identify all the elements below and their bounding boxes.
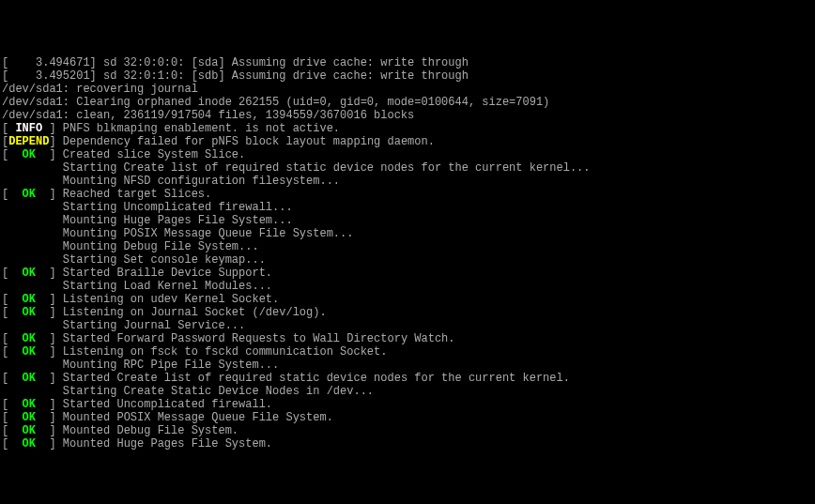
console-line: /dev/sda1: Clearing orphaned inode 26215… (2, 96, 813, 109)
console-segment: /dev/sda1: recovering journal (2, 83, 198, 96)
console-segment: [ (2, 437, 23, 451)
console-line: Mounting Debug File System... (2, 240, 813, 253)
console-line: Mounting POSIX Message Queue File System… (2, 227, 813, 240)
console-segment: ] Created slice System Slice. (36, 148, 245, 161)
console-segment: ] Listening on udev Kernel Socket. (36, 293, 279, 306)
console-segment: OK (23, 293, 36, 306)
console-line: Starting Create list of required static … (2, 161, 813, 175)
console-line: [ OK ] Started Uncomplicated firewall. (2, 398, 813, 411)
console-segment: OK (23, 411, 36, 424)
console-segment: DEPEND (8, 135, 49, 148)
console-segment: Starting Create list of required static … (2, 161, 591, 175)
console-line: Mounting RPC Pipe File System... (2, 359, 813, 372)
console-line: [ OK ] Listening on udev Kernel Socket. (2, 293, 813, 306)
console-line: Starting Load Kernel Modules... (2, 280, 813, 293)
console-segment: Mounting Debug File System... (2, 240, 259, 253)
console-segment: Mounting RPC Pipe File System... (2, 359, 279, 372)
console-segment: Mounting NFSD configuration filesystem..… (2, 175, 340, 188)
console-line: [ OK ] Started Forward Password Requests… (2, 332, 813, 345)
console-line: [ OK ] Started Create list of required s… (2, 372, 813, 385)
console-segment: [ (2, 122, 15, 135)
console-line: Mounting Huge Pages File System... (2, 214, 813, 227)
console-segment: Starting Journal Service... (2, 319, 245, 332)
console-segment: ] Listening on fsck to fsckd communicati… (36, 345, 387, 359)
console-segment: ] Started Braille Device Support. (36, 267, 272, 280)
console-line: [ OK ] Listening on fsck to fsckd commun… (2, 345, 813, 359)
console-segment: [ 3.494671] sd 32:0:0:0: [sda] Assuming … (2, 56, 469, 69)
console-segment: [ (2, 345, 23, 359)
console-line: /dev/sda1: recovering journal (2, 83, 813, 96)
console-segment: [ (2, 306, 23, 319)
console-segment: Starting Load Kernel Modules... (2, 280, 272, 293)
console-segment: OK (23, 148, 36, 161)
console-line: [ OK ] Listening on Journal Socket (/dev… (2, 306, 813, 319)
console-segment: [ (2, 332, 23, 345)
boot-console: [ 3.494671] sd 32:0:0:0: [sda] Assuming … (2, 56, 813, 451)
console-line: Starting Create Static Device Nodes in /… (2, 385, 813, 398)
console-segment: [ (2, 411, 23, 424)
console-segment: OK (23, 188, 36, 201)
console-segment: ] Started Forward Password Requests to W… (36, 332, 454, 345)
console-line: [ INFO ] PNFS blkmaping enablement. is n… (2, 122, 813, 135)
console-segment: [ (2, 372, 23, 385)
console-segment: Starting Uncomplicated firewall... (2, 201, 293, 214)
console-segment: Mounting POSIX Message Queue File System… (2, 227, 353, 240)
console-segment: ] Dependency failed for pNFS block layou… (49, 135, 434, 148)
console-segment: OK (23, 306, 36, 319)
console-segment: OK (23, 372, 36, 385)
console-segment: OK (23, 332, 36, 345)
console-segment: ] Started Uncomplicated firewall. (36, 398, 272, 411)
console-segment: ] Mounted Huge Pages File System. (36, 437, 272, 451)
console-segment: ] Reached target Slices. (36, 188, 211, 201)
console-segment: OK (23, 345, 36, 359)
console-line: Starting Set console keymap... (2, 253, 813, 267)
console-line: [ OK ] Mounted Debug File System. (2, 424, 813, 437)
console-line: [ 3.495201] sd 32:0:1:0: [sdb] Assuming … (2, 69, 813, 83)
console-segment: [ (2, 398, 23, 411)
console-line: [DEPEND] Dependency failed for pNFS bloc… (2, 135, 813, 148)
console-segment: /dev/sda1: clean, 236119/917504 files, 1… (2, 109, 414, 122)
console-segment: Starting Set console keymap... (2, 253, 266, 267)
console-segment: [ (2, 293, 23, 306)
console-segment: OK (23, 267, 36, 280)
console-segment: INFO (15, 122, 42, 135)
console-segment: [ (2, 188, 23, 201)
console-segment: [ (2, 424, 23, 437)
console-segment: /dev/sda1: Clearing orphaned inode 26215… (2, 96, 549, 109)
console-segment: Starting Create Static Device Nodes in /… (2, 385, 374, 398)
console-segment: OK (23, 398, 36, 411)
console-segment: ] Started Create list of required static… (36, 372, 570, 385)
console-segment: [ 3.495201] sd 32:0:1:0: [sdb] Assuming … (2, 69, 469, 83)
console-line: [ OK ] Started Braille Device Support. (2, 267, 813, 280)
console-line: Starting Journal Service... (2, 319, 813, 332)
console-segment: ] PNFS blkmaping enablement. is not acti… (42, 122, 340, 135)
console-segment: OK (23, 424, 36, 437)
console-line: /dev/sda1: clean, 236119/917504 files, 1… (2, 109, 813, 122)
console-line: Mounting NFSD configuration filesystem..… (2, 175, 813, 188)
console-line: [ OK ] Mounted Huge Pages File System. (2, 437, 813, 451)
console-segment: ] Mounted POSIX Message Queue File Syste… (36, 411, 333, 424)
console-line: [ OK ] Created slice System Slice. (2, 148, 813, 161)
console-segment: [ (2, 267, 23, 280)
console-line: [ OK ] Reached target Slices. (2, 188, 813, 201)
console-segment: [ (2, 148, 23, 161)
console-line: [ OK ] Mounted POSIX Message Queue File … (2, 411, 813, 424)
console-segment: ] Mounted Debug File System. (36, 424, 238, 437)
console-segment: OK (23, 437, 36, 451)
console-segment: Mounting Huge Pages File System... (2, 214, 293, 227)
console-line: [ 3.494671] sd 32:0:0:0: [sda] Assuming … (2, 56, 813, 69)
console-line: Starting Uncomplicated firewall... (2, 201, 813, 214)
console-segment: ] Listening on Journal Socket (/dev/log)… (36, 306, 327, 319)
